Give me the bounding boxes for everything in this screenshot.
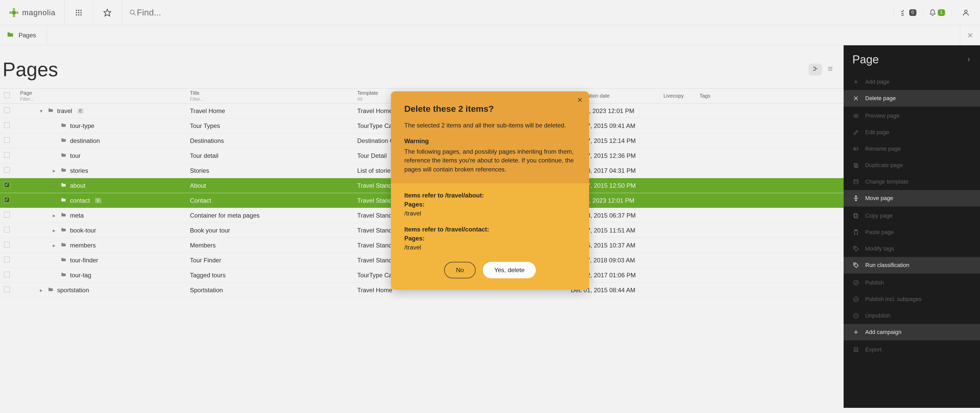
dialog-warning-body: The following pages, and possibly pages …	[404, 148, 574, 173]
dialog-warning-heading: Warning	[404, 137, 576, 146]
dialog-references: Items refer to /travel/about: Pages: /tr…	[391, 183, 589, 290]
dialog-close-button[interactable]	[577, 97, 583, 105]
ref2-page: /travel	[404, 244, 421, 251]
dialog-footer: No Yes, delete	[404, 259, 576, 278]
ref2-heading: Items refer to /travel/contact:	[404, 226, 489, 233]
modal-overlay: Delete these 2 items? The selected 2 ite…	[0, 0, 980, 413]
dialog-ref-contact: Items refer to /travel/contact: Pages: /…	[404, 225, 576, 252]
dialog-warning: Warning The following pages, and possibl…	[404, 137, 576, 174]
ref2-pages-label: Pages:	[404, 235, 425, 242]
dialog-ref-about: Items refer to /travel/about: Pages: /tr…	[404, 191, 576, 218]
dialog-yes-delete-button[interactable]: Yes, delete	[483, 262, 536, 278]
ref1-page: /travel	[404, 210, 421, 217]
ref1-pages-label: Pages:	[404, 201, 425, 208]
ref1-heading: Items refer to /travel/about:	[404, 192, 484, 199]
dialog-title: Delete these 2 items?	[404, 104, 576, 114]
dialog-intro: The selected 2 items and all their sub-i…	[404, 121, 576, 130]
dialog-body: Delete these 2 items? The selected 2 ite…	[391, 91, 589, 183]
delete-confirm-dialog: Delete these 2 items? The selected 2 ite…	[391, 91, 589, 290]
close-icon	[577, 97, 583, 103]
dialog-no-button[interactable]: No	[444, 262, 476, 278]
